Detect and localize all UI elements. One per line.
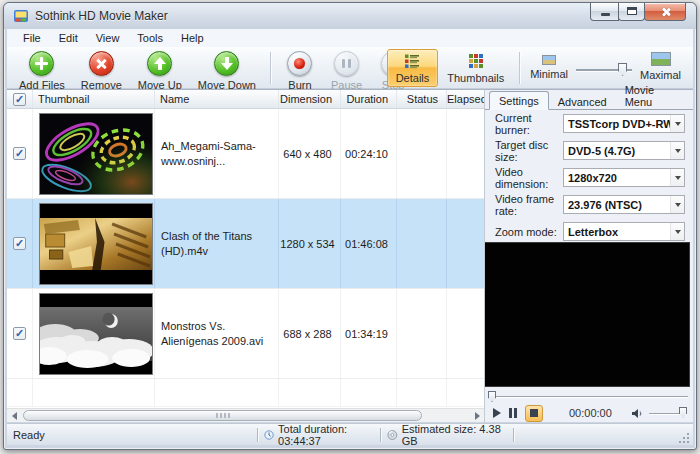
- chevron-down-icon[interactable]: [670, 196, 684, 213]
- toolbar: Add Files Remove Move Up Move Down Burn: [7, 47, 693, 89]
- play-button[interactable]: [493, 408, 501, 418]
- volume-thumb[interactable]: [679, 407, 687, 418]
- move-down-icon: [214, 51, 239, 76]
- target-disc-size-select[interactable]: DVD-5 (4.7G): [563, 141, 685, 160]
- tab-advanced[interactable]: Advanced: [549, 93, 616, 110]
- file-elapsed: [447, 289, 484, 378]
- remove-button[interactable]: Remove: [73, 49, 130, 93]
- file-status: [397, 289, 447, 378]
- minimize-icon: [601, 13, 610, 16]
- toolbar-separator: [270, 52, 271, 84]
- file-name: Clash of the Titans (HD).m4v: [155, 199, 279, 288]
- file-name: Monstros Vs. Alienígenas 2009.avi: [155, 289, 279, 378]
- header-duration[interactable]: Duration: [341, 90, 397, 108]
- app-window: Sothink HD Movie Maker File Edit View To…: [3, 2, 697, 450]
- header-name[interactable]: Name: [155, 90, 279, 108]
- status-total-duration: Total duration: 03:44:37: [258, 424, 380, 445]
- thumbnail-size-slider[interactable]: [576, 63, 632, 77]
- panel-tabs: Settings Advanced Movie Menu: [485, 90, 693, 110]
- menu-view[interactable]: View: [87, 30, 129, 46]
- remove-icon: [89, 51, 114, 76]
- volume-slider[interactable]: [649, 407, 687, 420]
- table-row[interactable]: ✓: [7, 109, 484, 199]
- video-frame-rate-label: Video frame rate:: [495, 193, 563, 217]
- maximize-button[interactable]: [618, 3, 645, 21]
- empty-table-area: [7, 379, 484, 407]
- status-estimated-size: Estimated size: 4.38 GB: [381, 424, 513, 445]
- close-button[interactable]: [644, 3, 686, 21]
- pause-icon: [334, 51, 359, 76]
- disc-icon: [387, 429, 398, 441]
- file-duration: 01:34:19: [341, 289, 397, 378]
- chevron-down-icon[interactable]: [670, 115, 684, 132]
- target-disc-size-label: Target disc size:: [495, 139, 563, 163]
- move-up-button[interactable]: Move Up: [130, 49, 190, 93]
- volume-icon[interactable]: [631, 408, 644, 419]
- file-dimension: 640 x 480: [279, 109, 341, 198]
- player-controls: 00:00:00: [490, 404, 687, 422]
- player-stop-button[interactable]: [525, 405, 543, 422]
- pause-button[interactable]: Pause: [323, 49, 370, 93]
- table-row-selected[interactable]: ✓: [7, 199, 484, 289]
- video-preview: [485, 242, 690, 387]
- zoom-mode-select[interactable]: Letterbox: [563, 222, 685, 241]
- header-dimension[interactable]: Dimension: [279, 90, 341, 108]
- maximal-size-control[interactable]: Maximal: [636, 49, 685, 83]
- chevron-down-icon[interactable]: [670, 142, 684, 159]
- menu-tools[interactable]: Tools: [128, 30, 172, 46]
- file-duration: 00:24:10: [341, 109, 397, 198]
- horizontal-scrollbar[interactable]: [7, 408, 484, 422]
- table-row[interactable]: ✓: [7, 289, 484, 379]
- details-view-icon: [404, 53, 420, 69]
- header-status[interactable]: Status: [397, 90, 447, 108]
- thumbnails-view-button[interactable]: Thumbnails: [438, 49, 513, 87]
- seek-slider[interactable]: [488, 391, 688, 403]
- header-thumbnail[interactable]: Thumbnail: [33, 90, 155, 108]
- add-files-icon: [29, 51, 54, 76]
- menu-bar: File Edit View Tools Help: [7, 29, 693, 47]
- menu-edit[interactable]: Edit: [50, 30, 87, 46]
- file-name: Ah_Megami-Sama-www.osninj...: [155, 109, 279, 198]
- row-checkbox[interactable]: ✓: [13, 147, 26, 160]
- current-burner-label: Current burner:: [495, 112, 563, 136]
- window-title: Sothink HD Movie Maker: [35, 9, 168, 23]
- select-all-checkbox[interactable]: ✓: [13, 93, 26, 106]
- file-duration: 01:46:08: [341, 199, 397, 288]
- file-elapsed: [447, 199, 484, 288]
- scrollbar-thumb[interactable]: [23, 410, 422, 421]
- menu-file[interactable]: File: [14, 30, 50, 46]
- menu-help[interactable]: Help: [172, 30, 213, 46]
- current-burner-select[interactable]: TSSTcorp DVD+-RW TS-L633.: [563, 114, 685, 133]
- resize-grip[interactable]: [678, 432, 690, 444]
- title-bar[interactable]: Sothink HD Movie Maker: [4, 3, 696, 29]
- move-down-button[interactable]: Move Down: [190, 49, 264, 93]
- minimize-button[interactable]: [590, 3, 619, 21]
- tab-settings[interactable]: Settings: [489, 91, 549, 110]
- scroll-right-arrow[interactable]: [470, 409, 484, 422]
- details-view-button[interactable]: Details: [387, 49, 439, 87]
- row-checkbox[interactable]: ✓: [13, 327, 26, 340]
- status-ready: Ready: [7, 424, 257, 445]
- add-files-button[interactable]: Add Files: [11, 49, 73, 93]
- select-all-cell: ✓: [7, 90, 33, 108]
- file-dimension: 1280 x 534: [279, 199, 341, 288]
- slider-thumb[interactable]: [618, 63, 627, 76]
- minimal-thumbnail-icon: [542, 55, 556, 65]
- chevron-down-icon[interactable]: [670, 223, 684, 240]
- playback-time: 00:00:00: [569, 407, 612, 419]
- status-bar: Ready Total duration: 03:44:37 Estimated…: [7, 423, 693, 445]
- clock-icon: [264, 429, 274, 441]
- row-checkbox[interactable]: ✓: [13, 237, 26, 250]
- video-frame-rate-select[interactable]: 23.976 (NTSC): [563, 195, 685, 214]
- burn-button[interactable]: Burn: [277, 49, 323, 93]
- video-dimension-select[interactable]: 1280x720: [563, 168, 685, 187]
- burn-icon: [287, 51, 312, 76]
- tab-movie-menu[interactable]: Movie Menu: [616, 81, 693, 110]
- file-elapsed: [447, 109, 484, 198]
- scroll-left-arrow[interactable]: [7, 409, 21, 422]
- minimal-size-control[interactable]: Minimal: [526, 49, 572, 82]
- file-dimension: 688 x 288: [279, 289, 341, 378]
- player-pause-button[interactable]: [509, 408, 517, 418]
- chevron-down-icon[interactable]: [670, 169, 684, 186]
- seek-thumb[interactable]: [488, 391, 496, 402]
